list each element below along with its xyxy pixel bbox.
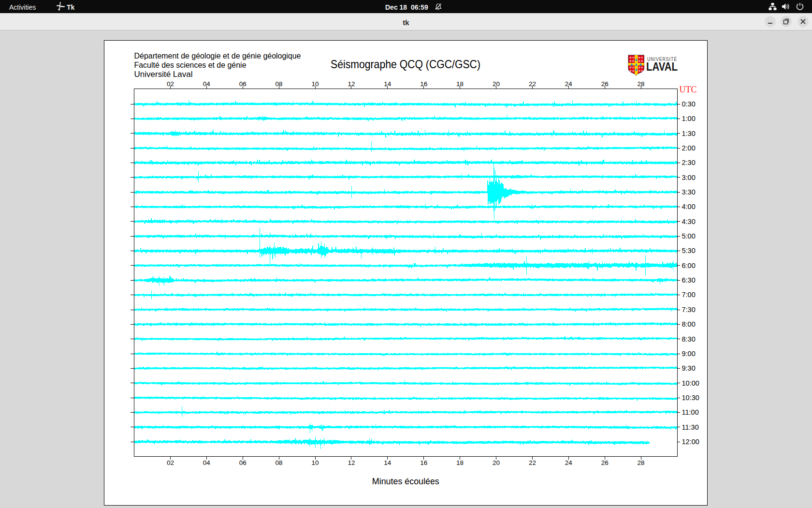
svg-text:26: 26 bbox=[601, 459, 609, 466]
svg-text:11:30: 11:30 bbox=[682, 423, 699, 431]
svg-text:7:00: 7:00 bbox=[682, 291, 696, 299]
svg-text:26: 26 bbox=[601, 80, 609, 88]
svg-text:16: 16 bbox=[420, 459, 427, 466]
svg-text:10:00: 10:00 bbox=[682, 379, 699, 387]
svg-text:02: 02 bbox=[167, 459, 174, 466]
svg-text:10: 10 bbox=[311, 80, 319, 88]
svg-text:9:30: 9:30 bbox=[682, 364, 696, 372]
svg-text:6:30: 6:30 bbox=[682, 276, 696, 284]
svg-text:5:30: 5:30 bbox=[682, 247, 696, 254]
svg-text:Faculté des sciences et de gén: Faculté des sciences et de génie bbox=[134, 60, 246, 70]
svg-text:14: 14 bbox=[384, 80, 392, 88]
svg-text:14: 14 bbox=[384, 459, 392, 466]
svg-text:10: 10 bbox=[311, 459, 319, 466]
svg-text:UTC: UTC bbox=[680, 85, 697, 94]
svg-text:22: 22 bbox=[529, 80, 536, 88]
svg-text:08: 08 bbox=[276, 80, 283, 88]
svg-text:04: 04 bbox=[203, 80, 211, 88]
svg-text:0:30: 0:30 bbox=[682, 100, 696, 108]
svg-text:8:30: 8:30 bbox=[682, 335, 696, 343]
svg-text:20: 20 bbox=[493, 80, 500, 88]
svg-text:20: 20 bbox=[493, 459, 500, 466]
svg-text:10:30: 10:30 bbox=[682, 394, 699, 402]
svg-text:18: 18 bbox=[456, 459, 464, 466]
svg-text:12:00: 12:00 bbox=[682, 438, 699, 446]
svg-text:9:00: 9:00 bbox=[682, 350, 696, 358]
svg-text:Université Laval: Université Laval bbox=[134, 70, 193, 79]
svg-text:3:30: 3:30 bbox=[682, 188, 696, 196]
svg-text:28: 28 bbox=[638, 80, 645, 88]
svg-text:2:30: 2:30 bbox=[682, 159, 696, 166]
svg-text:1:30: 1:30 bbox=[682, 130, 696, 137]
svg-text:5:00: 5:00 bbox=[682, 232, 696, 240]
svg-text:7:30: 7:30 bbox=[682, 306, 696, 314]
svg-text:24: 24 bbox=[565, 80, 573, 88]
svg-text:6:00: 6:00 bbox=[682, 262, 696, 269]
svg-text:2:00: 2:00 bbox=[682, 144, 696, 152]
svg-text:8:00: 8:00 bbox=[682, 320, 696, 328]
svg-text:02: 02 bbox=[167, 80, 174, 88]
svg-text:Minutes écoulées: Minutes écoulées bbox=[372, 476, 439, 486]
svg-text:1:00: 1:00 bbox=[682, 115, 696, 122]
svg-text:18: 18 bbox=[456, 80, 464, 88]
svg-text:4:30: 4:30 bbox=[682, 218, 696, 225]
svg-text:12: 12 bbox=[348, 80, 355, 88]
svg-text:Séismographe QCQ (CGC/GSC): Séismographe QCQ (CGC/GSC) bbox=[331, 58, 480, 71]
svg-text:LAVAL: LAVAL bbox=[646, 60, 678, 73]
svg-text:06: 06 bbox=[239, 80, 246, 88]
svg-text:12: 12 bbox=[348, 459, 355, 466]
svg-text:24: 24 bbox=[565, 459, 573, 466]
svg-text:22: 22 bbox=[529, 459, 536, 466]
svg-text:08: 08 bbox=[276, 459, 283, 466]
svg-text:28: 28 bbox=[638, 459, 645, 466]
svg-text:06: 06 bbox=[239, 459, 246, 466]
svg-text:4:00: 4:00 bbox=[682, 203, 696, 210]
svg-text:Département de géologie et de: Département de géologie et de génie géol… bbox=[134, 51, 301, 60]
svg-text:16: 16 bbox=[420, 80, 427, 88]
svg-text:11:00: 11:00 bbox=[682, 408, 699, 416]
svg-text:3:00: 3:00 bbox=[682, 174, 696, 181]
svg-text:04: 04 bbox=[203, 459, 211, 466]
